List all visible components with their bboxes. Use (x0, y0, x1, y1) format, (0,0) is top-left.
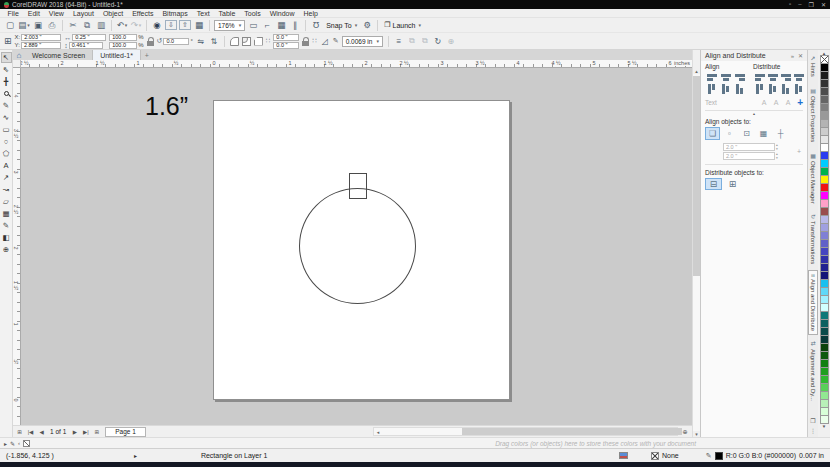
y-position-field[interactable]: 2.889 " (21, 42, 61, 49)
align-to-page-edge[interactable]: ▫ (722, 127, 737, 140)
shape-tool[interactable]: ⇖ (1, 64, 12, 75)
scroll-left-arrow[interactable]: ◂ (374, 429, 382, 435)
collapse-docker-button[interactable]: » (791, 53, 794, 59)
polygon-tool[interactable]: ⬠ (1, 148, 12, 159)
horizontal-ruler[interactable]: inches 2 ½21 ½1½0½11 ½22 ½33 ½44 ½55 ½6 (21, 60, 692, 68)
convert-to-curves-button[interactable]: ↻ (433, 37, 443, 46)
menu-text[interactable]: Text (192, 10, 214, 17)
snap-magnet-icon[interactable] (310, 19, 322, 31)
horizontal-scroll-track[interactable] (382, 428, 669, 435)
export-button[interactable] (179, 20, 191, 30)
rectangle-tool[interactable]: ▭ (1, 124, 12, 135)
docker-tab-hints[interactable]: ↖Hints (808, 52, 819, 81)
add-alignment-button[interactable]: + (797, 97, 803, 108)
palette-scroll-down-button[interactable]: ▼ (822, 424, 826, 429)
align-top-edges[interactable] (705, 83, 718, 95)
snap-to-dropdown[interactable]: Snap To▾ (324, 22, 359, 29)
vertical-scrollbar[interactable]: ▴ ▾ (692, 50, 700, 437)
interface-mode-icon[interactable]: ▫ (789, 1, 791, 8)
align-to-grid[interactable]: ▦ (756, 127, 771, 140)
color-swatch-eaffea[interactable] (820, 415, 829, 424)
quick-customize-strip-icon[interactable]: ⋮ (810, 427, 816, 434)
parallel-dimension-tool[interactable]: ↗ (1, 172, 12, 183)
align-point-y-field[interactable]: 2.0 " (723, 152, 775, 160)
close-button[interactable]: ✕ (821, 1, 826, 8)
import-button[interactable] (165, 20, 177, 30)
menu-help[interactable]: Help (299, 10, 322, 17)
menu-tools[interactable]: Tools (240, 10, 265, 17)
fullscreen-preview-button[interactable] (247, 19, 259, 31)
align-centers-vertically[interactable] (719, 83, 732, 95)
mirror-horizontal-button[interactable]: ⇋ (196, 37, 206, 46)
menu-table[interactable]: Table (214, 10, 240, 17)
welcome-home-icon[interactable]: ⌂ (13, 50, 25, 60)
show-grid-button[interactable] (275, 19, 287, 31)
object-link-alt-icon[interactable]: ⧉ (420, 36, 430, 46)
docker-tab-object-manager[interactable]: ▦Object Manager (808, 148, 819, 208)
copy-button[interactable] (81, 19, 93, 31)
doc-palette-eyedropper-icon[interactable]: ✎ (10, 440, 15, 447)
spinner-arrows[interactable]: ▴▾ (776, 143, 778, 151)
close-docker-button[interactable]: ✕ (798, 52, 803, 59)
align-centers-horizontally[interactable] (719, 71, 732, 83)
vertical-scroll-thumb[interactable] (693, 76, 700, 276)
fill-color-swatch[interactable] (651, 452, 659, 460)
align-to-specified-point[interactable]: ┼ (773, 127, 788, 140)
zoom-level-select[interactable]: 176%▾ (214, 20, 245, 31)
distribute-to-extent-of-selection[interactable]: ⊟ (705, 178, 722, 190)
ellipse-tool[interactable]: ○ (1, 136, 12, 147)
connector-tool[interactable]: ↝ (1, 184, 12, 195)
restore-button[interactable]: ❐ (809, 1, 814, 8)
distribute-to-extent-of-page[interactable]: ⊞ (724, 178, 741, 190)
drop-shadow-tool[interactable]: ▱ (1, 196, 12, 207)
menu-layout[interactable]: Layout (68, 10, 98, 17)
new-document-button[interactable] (4, 19, 16, 31)
menu-view[interactable]: View (44, 10, 68, 17)
distribute-centers-vertically[interactable] (766, 83, 779, 95)
rotation-angle-field[interactable]: 0.0 (163, 38, 189, 45)
scale-horizontal-field[interactable]: 100.0 (109, 34, 137, 41)
rectangle-shape[interactable] (349, 173, 367, 199)
menu-bitmaps[interactable]: Bitmaps (158, 10, 192, 17)
object-height-field[interactable]: 0.461 " (69, 42, 103, 49)
dimension-annotation-text[interactable]: 1.6” (145, 92, 188, 121)
float-docker-icon[interactable]: ❐ (810, 417, 815, 424)
paste-button[interactable] (95, 19, 107, 31)
menu-edit[interactable]: Edit (23, 10, 44, 17)
save-button[interactable] (32, 19, 44, 31)
add-tools-button[interactable]: ⊕ (1, 244, 12, 255)
previous-page-button[interactable]: ◀ (37, 429, 46, 435)
corner-radius-bottom-field[interactable]: 0.0 " (273, 42, 299, 49)
round-corner-button[interactable] (230, 37, 239, 46)
collapse-arrow-icon[interactable]: ▴ (753, 111, 755, 116)
last-page-button[interactable]: ▶| (81, 429, 90, 435)
horizontal-scrollbar[interactable]: ◂ ▸ (373, 427, 678, 436)
search-content-button[interactable] (151, 19, 163, 31)
options-gear-button[interactable] (361, 19, 373, 31)
object-width-field[interactable]: 0.25 " (72, 34, 106, 41)
align-text-first-line-button[interactable]: A (759, 99, 769, 106)
menu-object[interactable]: Object (98, 10, 127, 17)
align-text-bounding-box-button[interactable]: A (783, 99, 793, 106)
wrap-paragraph-text-button[interactable]: ≡ (394, 37, 404, 46)
align-bottom-edges[interactable] (733, 83, 746, 95)
object-link-icon[interactable]: ⧉ (407, 36, 417, 46)
transparency-tool[interactable]: ▦ (1, 208, 12, 219)
circle-shape[interactable] (299, 188, 416, 304)
artistic-media-tool[interactable]: ∿ (1, 112, 12, 123)
pick-tool[interactable]: ↖ (1, 52, 12, 63)
spinner-arrows[interactable]: ▴▾ (776, 152, 778, 160)
docker-tab-alignment-and-dy[interactable]: ⇅Alignment and Dy... (808, 337, 819, 404)
doc-palette-scroll-left-button[interactable]: ‹ (18, 440, 20, 446)
menu-window[interactable]: Window (265, 10, 299, 17)
chamfered-corner-button[interactable] (254, 37, 263, 46)
redo-button[interactable]: ▾ (130, 19, 142, 31)
align-right-edges[interactable] (733, 71, 746, 83)
minimize-button[interactable]: – (798, 1, 801, 8)
align-text-last-line-button[interactable]: A (771, 99, 781, 106)
cut-button[interactable] (67, 19, 79, 31)
crop-tool[interactable]: ╋ (1, 76, 12, 87)
menu-file[interactable]: File (3, 10, 23, 17)
new-tab-button[interactable]: + (141, 50, 153, 60)
page-tab[interactable]: Page 1 (105, 427, 146, 437)
